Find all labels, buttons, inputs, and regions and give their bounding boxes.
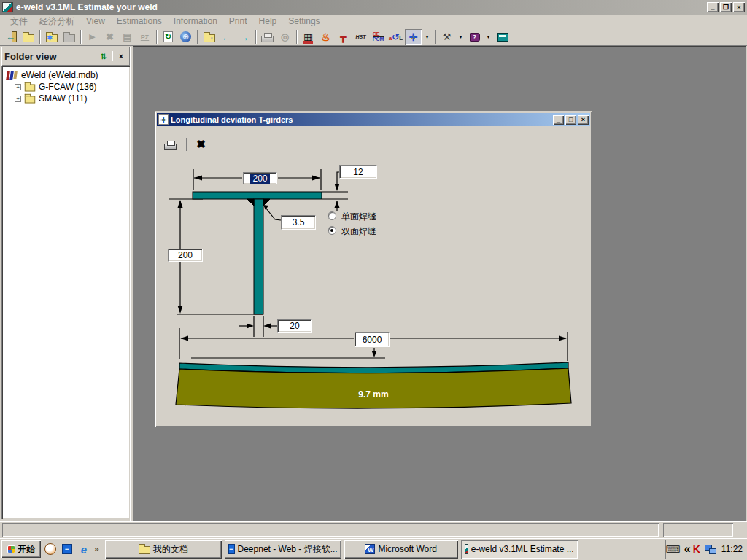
expand-plus-icon[interactable]: + <box>15 84 21 90</box>
tools-button[interactable]: ⚒ <box>438 29 455 45</box>
tree-root-item[interactable]: eWeld (eWeld.mdb) <box>6 69 128 81</box>
quicklaunch-rabbit-icon[interactable] <box>43 542 58 556</box>
center-arrows-icon: ✛ <box>409 31 418 43</box>
tgirder-title: Longitudinal deviation T-girders <box>171 115 551 124</box>
web-search-button[interactable]: ⊕ <box>177 29 194 45</box>
tgirder-titlebar[interactable]: ✛ Longitudinal deviation T-girders _ □ × <box>157 113 590 126</box>
menu-settings[interactable]: Settings <box>282 16 325 26</box>
antivirus-icon[interactable]: K <box>693 543 700 555</box>
hst-icon: HST <box>356 34 366 39</box>
start-button[interactable]: 开始 <box>1 540 41 558</box>
save-edit-button[interactable]: ▤ <box>119 29 136 45</box>
network-icon[interactable] <box>705 545 716 554</box>
menu-print[interactable]: Print <box>223 16 253 26</box>
delete-item-button[interactable] <box>61 29 77 45</box>
tgirder-window-icon: ✛ <box>158 114 169 125</box>
forward-arrow-icon: → <box>239 31 249 43</box>
open-folder-icon <box>23 34 34 42</box>
estimates-table-button[interactable]: ▦ <box>300 29 317 45</box>
keyboard-icon[interactable]: ⌨ <box>666 543 681 555</box>
quicklaunch-deepnet-icon[interactable]: ≡ <box>60 542 74 556</box>
menu-information[interactable]: Information <box>168 16 223 26</box>
folder-up-button[interactable]: ↑ <box>201 29 217 45</box>
child-maximize-button[interactable]: □ <box>565 115 576 125</box>
menu-file[interactable]: 文件 <box>4 15 34 28</box>
database-books-icon <box>6 71 18 80</box>
rotate-arrow: ↺ <box>392 32 399 42</box>
folder-icon <box>139 546 150 554</box>
menu-economic-analysis[interactable]: 经济分析 <box>34 15 80 28</box>
pcm-label: PCM <box>373 37 384 42</box>
flange-thickness-field[interactable]: 12 <box>339 165 377 179</box>
folder-view-title: Folder view <box>4 51 98 62</box>
exit-button[interactable]: ← <box>2 29 19 45</box>
web-thickness-field[interactable]: 20 <box>277 319 312 332</box>
weld-throat-field[interactable]: 3.5 <box>281 215 316 230</box>
task-my-documents[interactable]: 我的文档 <box>105 540 222 559</box>
folder-view-header: Folder view ⇅ × <box>1 47 130 66</box>
cancel-edit-button[interactable]: ✖ <box>101 29 118 45</box>
panel-close-icon[interactable]: × <box>115 51 127 62</box>
rotate-l-label: L <box>399 35 403 42</box>
window-title: e-weld v3.1ML Estimate your weld <box>16 2 705 12</box>
task-word[interactable]: W Microsoft Word <box>344 540 458 559</box>
flange-width-field[interactable]: 200 <box>243 172 277 184</box>
restore-button[interactable]: ❐ <box>720 2 732 12</box>
double-side-weld-radio[interactable] <box>328 226 336 235</box>
system-tray: ⌨ « K 11:22 <box>665 540 747 559</box>
print-button[interactable] <box>259 29 276 45</box>
heat-input-button[interactable]: ♨ <box>317 29 334 45</box>
menu-help[interactable]: Help <box>253 16 283 26</box>
deviation-dropdown-button[interactable]: ▾ <box>422 29 432 45</box>
hst-button[interactable]: HST <box>352 29 369 45</box>
panel-refresh-icon[interactable]: ⇅ <box>98 51 109 62</box>
open-database-button[interactable] <box>20 29 36 45</box>
close-button[interactable]: × <box>733 2 745 12</box>
child-minimize-button[interactable]: _ <box>553 115 564 125</box>
child-close-button[interactable]: × <box>578 115 589 125</box>
panel-divider <box>112 51 113 61</box>
rotate-icon: a↺L <box>389 32 403 42</box>
status-panel-right <box>663 523 733 537</box>
calculator-button[interactable] <box>494 29 511 45</box>
tray-chevrons-icon[interactable]: « <box>684 542 691 556</box>
expand-plus-icon[interactable]: + <box>15 96 21 102</box>
save-icon: ▤ <box>123 31 131 42</box>
tree-item-gfcaw[interactable]: + G-FCAW (136) <box>6 81 128 93</box>
clock: 11:22 <box>721 544 743 554</box>
help-book-button[interactable]: ? <box>466 29 483 45</box>
print-preview-button[interactable]: ◎ <box>276 29 293 45</box>
quicklaunch-browser-icon[interactable]: e <box>77 542 91 556</box>
rotate-button[interactable]: a↺L <box>387 29 404 45</box>
web-height-field[interactable]: 200 <box>168 249 203 262</box>
task-deepnet[interactable]: ≡ Deepnet - Web - 焊接软... <box>225 540 341 559</box>
toolbar-separator <box>39 30 41 44</box>
tools-icon: ⚒ <box>443 31 452 42</box>
book-dropdown-button[interactable]: ▾ <box>484 29 493 45</box>
length-field[interactable]: 6000 <box>355 332 390 347</box>
menu-view[interactable]: View <box>80 16 111 26</box>
new-item-button[interactable]: ✱ <box>43 29 60 45</box>
menu-estimations[interactable]: Estimations <box>111 16 168 26</box>
forward-button[interactable]: → <box>236 29 252 45</box>
task-eweld[interactable]: e-weld v3.1ML Estimate ... <box>461 540 578 559</box>
quicklaunch-chevron-icon[interactable]: » <box>94 544 99 554</box>
refresh-button[interactable]: ↻ <box>160 29 177 45</box>
sum-button[interactable]: PΣ <box>136 29 153 45</box>
menubar: 文件 经济分析 View Estimations Information Pri… <box>0 15 747 28</box>
double-side-weld-label: 双面焊缝 <box>341 225 376 238</box>
print-preview-icon: ◎ <box>281 31 289 42</box>
task-label: 我的文档 <box>153 543 188 556</box>
valve-button[interactable]: ┳ <box>335 29 352 45</box>
back-button[interactable]: ← <box>218 29 235 45</box>
ce-pcm-button[interactable]: CEPCM <box>370 29 387 45</box>
main-titlebar[interactable]: e-weld v3.1ML Estimate your weld _ ❐ × <box>0 0 747 15</box>
refresh-icon: ↻ <box>163 31 173 42</box>
minimize-button[interactable]: _ <box>707 2 719 12</box>
run-estimate-button[interactable]: ▶ <box>84 29 101 45</box>
right-fillet-weld <box>263 199 270 206</box>
single-side-weld-radio[interactable] <box>328 211 336 220</box>
tools-dropdown-button[interactable]: ▾ <box>456 29 465 45</box>
tree-item-smaw[interactable]: + SMAW (111) <box>6 93 128 104</box>
deviation-tool-button[interactable]: ✛ <box>405 29 422 45</box>
